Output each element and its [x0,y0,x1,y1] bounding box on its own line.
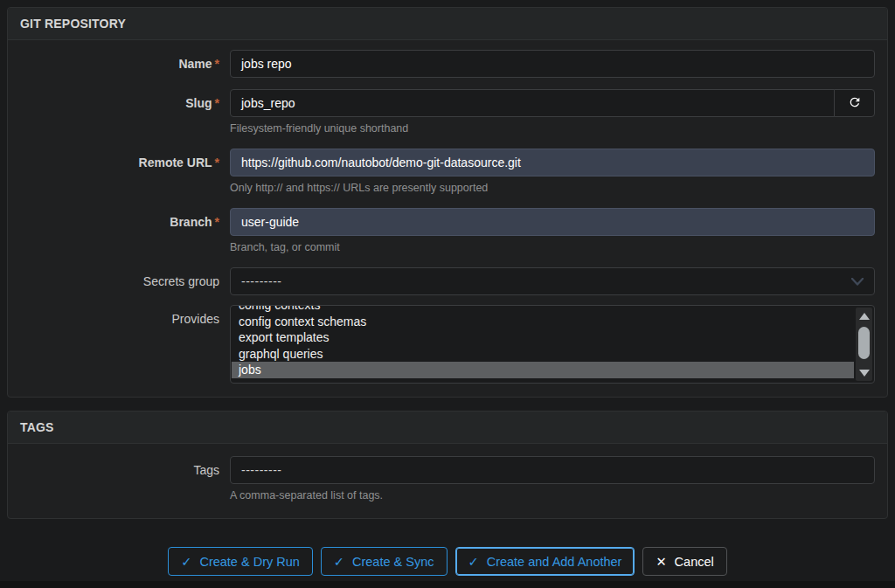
remote-url-field[interactable]: https://github.com/nautobot/demo-git-dat… [230,149,875,176]
slug-regenerate-button[interactable] [834,89,875,117]
slug-input-group: jobs_repo [230,89,875,117]
slug-label: Slug* [20,89,230,117]
provides-option[interactable]: config context schemas [232,314,854,330]
provides-option-selected[interactable]: jobs [232,362,854,378]
create-add-another-button[interactable]: ✓ Create and Add Another [455,547,635,576]
git-repository-panel: GIT REPOSITORY Name* jobs repo Slug* [7,7,888,398]
provides-option[interactable]: export templates [232,329,854,346]
name-label: Name* [20,50,230,78]
provides-label: Provides [20,305,230,333]
required-asterisk: * [215,96,219,110]
secrets-group-selected-value: --------- [241,274,281,288]
tags-label: Tags [20,456,230,484]
provides-option[interactable]: graphql queries [232,346,854,363]
branch-label: Branch* [20,208,230,236]
triangle-down-icon [859,370,870,377]
git-repository-form-page: GIT REPOSITORY Name* jobs repo Slug* [0,0,895,583]
secrets-group-select[interactable]: --------- [230,267,875,295]
slug-help-text: Filesystem-friendly unique shorthand [230,122,875,135]
branch-help-text: Branch, tag, or commit [230,241,875,254]
provides-listbox[interactable]: config contexts config context schemas e… [230,305,875,384]
tags-panel-title: TAGS [8,412,887,444]
tags-help-text: A comma-separated list of tags. [230,489,875,502]
create-sync-button[interactable]: ✓ Create & Sync [321,547,448,576]
provides-option[interactable]: config contexts [232,305,854,314]
check-icon: ✓ [181,555,191,569]
provides-scrollbar[interactable] [856,308,872,381]
chevron-down-icon [851,274,864,288]
cancel-button[interactable]: ✕ Cancel [642,547,726,576]
tags-value: --------- [241,463,281,477]
required-asterisk: * [215,57,219,71]
refresh-icon [848,95,862,112]
tags-field[interactable]: --------- [230,456,875,484]
scroll-down-button[interactable] [856,364,872,381]
required-asterisk: * [215,215,219,229]
remote-url-label: Remote URL* [20,149,230,176]
branch-field[interactable]: user-guide [230,208,875,236]
name-row: Name* jobs repo [20,50,875,78]
slug-row: Slug* jobs_repo [20,89,875,135]
secrets-group-label: Secrets group [20,267,230,295]
git-repository-panel-title: GIT REPOSITORY [8,8,887,40]
tags-panel-body: Tags --------- A comma-separated list of… [8,444,887,518]
create-dry-run-button[interactable]: ✓ Create & Dry Run [168,547,313,576]
close-icon: ✕ [656,555,666,569]
secrets-group-row: Secrets group --------- [20,267,875,295]
scrollbar-thumb[interactable] [858,327,870,359]
page-footer-strip [0,581,895,588]
triangle-up-icon [859,313,870,320]
remote-url-help-text: Only http:// and https:// URLs are prese… [230,182,875,195]
tags-panel: TAGS Tags --------- A comma-separated li… [7,411,888,519]
git-repository-panel-body: Name* jobs repo Slug* jobs_repo [8,40,887,397]
scroll-up-button[interactable] [856,308,872,324]
check-icon: ✓ [468,555,479,569]
provides-row: Provides config contexts config context … [20,305,875,384]
slug-field[interactable]: jobs_repo [230,89,835,117]
name-field[interactable]: jobs repo [230,50,875,78]
check-icon: ✓ [334,555,344,569]
tags-row: Tags --------- A comma-separated list of… [20,456,875,502]
remote-url-row: Remote URL* https://github.com/nautobot/… [20,149,875,195]
provides-options: config contexts config context schemas e… [232,305,854,378]
required-asterisk: * [215,156,219,169]
branch-row: Branch* user-guide Branch, tag, or commi… [20,208,875,254]
form-action-buttons: ✓ Create & Dry Run ✓ Create & Sync ✓ Cre… [7,547,888,576]
